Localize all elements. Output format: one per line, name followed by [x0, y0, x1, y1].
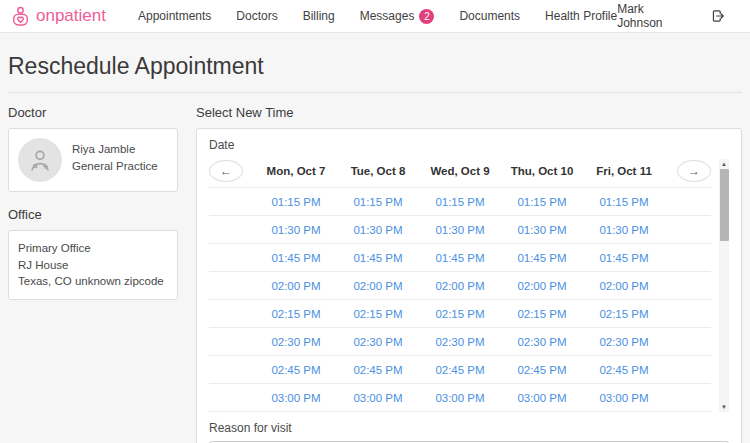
time-slot-link[interactable]: 02:00 PM	[337, 280, 419, 292]
time-slot-link[interactable]: 01:45 PM	[583, 252, 665, 264]
time-slot-link[interactable]: 03:00 PM	[583, 392, 665, 404]
unread-messages-badge: 2	[419, 9, 434, 24]
time-slot-row: 01:15 PM01:15 PM01:15 PM01:15 PM01:15 PM	[209, 187, 711, 215]
right-column: Select New Time Date ← Mon, Oct 7 Tue, O…	[196, 103, 742, 443]
prev-week-button[interactable]: ←	[209, 160, 243, 182]
time-slot-link[interactable]: 01:45 PM	[501, 252, 583, 264]
time-slot-link[interactable]: 02:30 PM	[419, 336, 501, 348]
time-slot-link[interactable]: 02:30 PM	[337, 336, 419, 348]
doctor-name: Riya Jamble	[72, 141, 158, 158]
time-slot-link[interactable]: 02:45 PM	[337, 364, 419, 376]
time-slot-link[interactable]: 02:15 PM	[583, 308, 665, 320]
date-label: Date	[209, 138, 729, 152]
time-slot-link[interactable]: 01:30 PM	[501, 224, 583, 236]
time-slot-row: 01:45 PM01:45 PM01:45 PM01:45 PM01:45 PM	[209, 243, 711, 271]
time-slot-link[interactable]: 02:45 PM	[501, 364, 583, 376]
time-slot-link[interactable]: 03:00 PM	[501, 392, 583, 404]
day-header: Mon, Oct 7	[255, 165, 337, 177]
nav-right: Mark Johnson	[617, 2, 725, 30]
time-slot-row: 01:30 PM01:30 PM01:30 PM01:30 PM01:30 PM	[209, 215, 711, 243]
time-slot-link[interactable]: 01:30 PM	[337, 224, 419, 236]
time-slot-link[interactable]: 02:00 PM	[255, 280, 337, 292]
doctor-info: Riya Jamble General Practice	[72, 138, 158, 174]
time-slot-link[interactable]: 02:15 PM	[419, 308, 501, 320]
time-slot-link[interactable]: 03:00 PM	[419, 392, 501, 404]
day-header: Tue, Oct 8	[337, 165, 419, 177]
day-header-row: ← Mon, Oct 7 Tue, Oct 8 Wed, Oct 9 Thu, …	[209, 155, 711, 187]
nav-item-label: Messages	[360, 9, 415, 23]
office-card: Primary Office RJ House Texas, CO unknow…	[8, 230, 178, 300]
time-slot-link[interactable]: 02:30 PM	[501, 336, 583, 348]
time-slot-link[interactable]: 01:45 PM	[337, 252, 419, 264]
time-slot-row: 02:00 PM02:00 PM02:00 PM02:00 PM02:00 PM	[209, 271, 711, 299]
day-header: Fri, Oct 11	[583, 165, 665, 177]
scrollbar-thumb[interactable]	[720, 169, 729, 241]
top-navbar: onpatient AppointmentsDoctorsBillingMess…	[0, 0, 750, 33]
day-header: Thu, Oct 10	[501, 165, 583, 177]
brand-logo[interactable]: onpatient	[10, 6, 106, 27]
time-slot-link[interactable]: 01:15 PM	[419, 196, 501, 208]
time-slot-link[interactable]: 01:45 PM	[419, 252, 501, 264]
doctor-specialty: General Practice	[72, 158, 158, 175]
nav-item-health-profile[interactable]: Health Profile	[545, 9, 617, 23]
time-slot-link[interactable]: 01:45 PM	[255, 252, 337, 264]
select-new-time-label: Select New Time	[196, 105, 742, 120]
time-slot-link[interactable]: 01:30 PM	[419, 224, 501, 236]
time-slot-row: 03:00 PM03:00 PM03:00 PM03:00 PM03:00 PM	[209, 383, 711, 411]
nav-item-documents[interactable]: Documents	[459, 9, 520, 23]
day-header: Wed, Oct 9	[419, 165, 501, 177]
brand-name: onpatient	[36, 6, 106, 26]
user-menu[interactable]: Mark Johnson	[617, 2, 691, 30]
scroll-up-icon[interactable]: ▲	[721, 159, 727, 169]
left-column: Doctor Riya Jamble General Practice Offi…	[8, 103, 178, 315]
time-slot-link[interactable]: 01:15 PM	[583, 196, 665, 208]
office-name: Primary Office	[18, 240, 168, 257]
time-slot-rows: 01:15 PM01:15 PM01:15 PM01:15 PM01:15 PM…	[209, 187, 711, 412]
office-address-line: RJ House	[18, 257, 168, 274]
doctor-section-label: Doctor	[8, 105, 178, 120]
time-slot-link[interactable]: 01:15 PM	[501, 196, 583, 208]
main-content: Reschedule Appointment Doctor Riya Jambl…	[0, 33, 750, 443]
time-slot-row: 02:45 PM02:45 PM02:45 PM02:45 PM02:45 PM	[209, 355, 711, 383]
time-slot-link[interactable]: 02:00 PM	[419, 280, 501, 292]
next-week-button[interactable]: →	[677, 160, 711, 182]
nav-item-label: Appointments	[138, 9, 211, 23]
time-slot-link[interactable]: 02:30 PM	[255, 336, 337, 348]
nav-item-label: Health Profile	[545, 9, 617, 23]
time-slot-link[interactable]: 03:00 PM	[255, 392, 337, 404]
content-columns: Doctor Riya Jamble General Practice Offi…	[8, 103, 742, 443]
nav-item-label: Documents	[459, 9, 520, 23]
doctor-avatar	[18, 138, 62, 182]
nav-item-label: Doctors	[236, 9, 277, 23]
time-slot-link[interactable]: 02:15 PM	[255, 308, 337, 320]
time-slot-link[interactable]: 01:15 PM	[337, 196, 419, 208]
scheduler-panel: Date ← Mon, Oct 7 Tue, Oct 8 Wed, Oct 9 …	[196, 128, 742, 443]
time-slot-link[interactable]: 01:15 PM	[255, 196, 337, 208]
time-slot-link[interactable]: 03:00 PM	[337, 392, 419, 404]
time-slot-link[interactable]: 02:15 PM	[501, 308, 583, 320]
time-slot-link[interactable]: 02:00 PM	[583, 280, 665, 292]
title-divider	[8, 92, 742, 93]
nav-item-doctors[interactable]: Doctors	[236, 9, 277, 23]
doctor-icon	[26, 146, 54, 174]
page-title: Reschedule Appointment	[8, 53, 742, 80]
time-slot-row: 02:30 PM02:30 PM02:30 PM02:30 PM02:30 PM	[209, 327, 711, 355]
nav-item-billing[interactable]: Billing	[303, 9, 335, 23]
vertical-scrollbar[interactable]: ▲ ▼	[719, 159, 729, 412]
logout-icon[interactable]	[711, 9, 725, 23]
time-slot-link[interactable]: 02:15 PM	[337, 308, 419, 320]
time-slot-link[interactable]: 01:30 PM	[583, 224, 665, 236]
nav-item-appointments[interactable]: Appointments	[138, 9, 211, 23]
onpatient-logo-icon	[10, 6, 31, 27]
nav-item-messages[interactable]: Messages2	[360, 9, 435, 24]
scroll-down-icon[interactable]: ▼	[721, 402, 727, 412]
time-slot-link[interactable]: 02:45 PM	[255, 364, 337, 376]
time-slot-link[interactable]: 02:00 PM	[501, 280, 583, 292]
time-slot-link[interactable]: 01:30 PM	[255, 224, 337, 236]
office-city-line: Texas, CO unknown zipcode	[18, 273, 168, 290]
time-slot-link[interactable]: 02:45 PM	[419, 364, 501, 376]
reason-for-visit-label: Reason for visit	[209, 421, 729, 435]
time-slot-link[interactable]: 02:30 PM	[583, 336, 665, 348]
nav-item-label: Billing	[303, 9, 335, 23]
time-slot-link[interactable]: 02:45 PM	[583, 364, 665, 376]
